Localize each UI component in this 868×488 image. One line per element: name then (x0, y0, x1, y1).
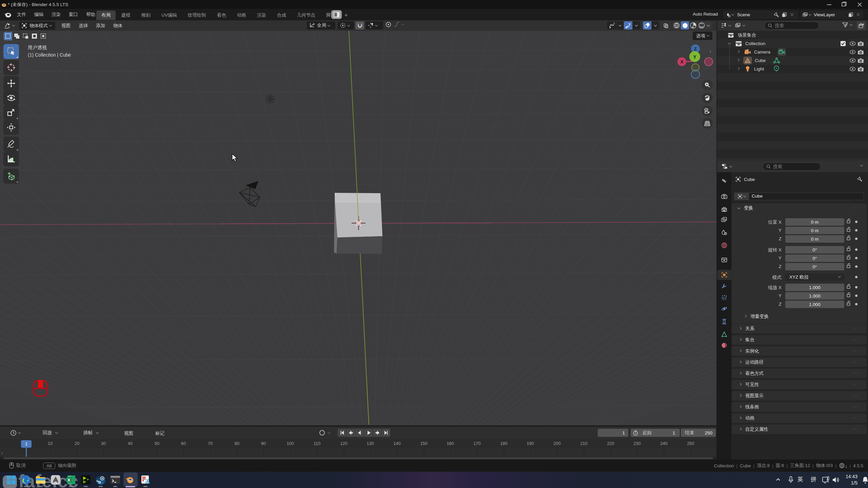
svg-text:X: X (680, 59, 684, 64)
svg-text:z: z (867, 476, 868, 480)
svg-text:Z: Z (694, 46, 697, 52)
svg-text:X: X (67, 477, 71, 483)
svg-text:Y: Y (693, 54, 696, 60)
